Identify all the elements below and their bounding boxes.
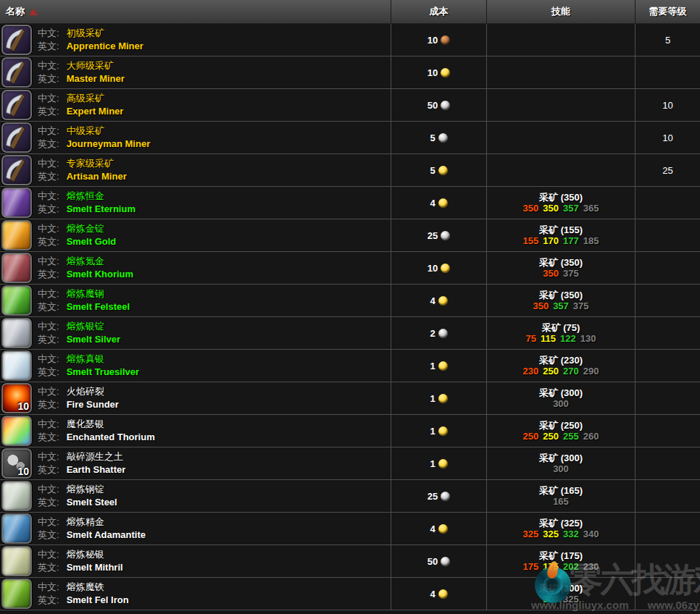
spell-name-chinese-link[interactable]: 专家级采矿 bbox=[67, 158, 114, 169]
table-row[interactable]: 中文:熔炼魔钢 英文:Smelt Felsteel 4 采矿 (350) 350… bbox=[0, 285, 700, 317]
table-row[interactable]: 中文:熔炼秘银 英文:Smelt Mithril 50 采矿 (175) 175… bbox=[0, 545, 700, 578]
spell-name-english-link[interactable]: Fire Sunder bbox=[67, 399, 119, 410]
spell-name-english-link[interactable]: Smelt Eternium bbox=[67, 203, 136, 214]
chinese-label: 中文: bbox=[38, 321, 59, 332]
spell-names: 中文:专家级采矿 英文:Artisan Miner bbox=[38, 157, 127, 183]
spell-name-english-link[interactable]: Smelt Silver bbox=[67, 334, 120, 345]
spell-name-english-link[interactable]: Smelt Adamantite bbox=[67, 529, 146, 540]
coin-icon bbox=[438, 296, 448, 306]
coin-icon bbox=[438, 524, 448, 534]
table-row[interactable]: 中文:高级采矿 英文:Expert Miner 50 10 bbox=[0, 89, 700, 122]
icon-shine bbox=[3, 287, 30, 314]
column-header-required-level[interactable]: 需要等级 bbox=[636, 0, 700, 23]
spell-name-chinese-link[interactable]: 初级采矿 bbox=[67, 28, 104, 38]
column-header-name[interactable]: 名称 bbox=[0, 0, 391, 23]
spell-name-chinese-link[interactable]: 熔炼银锭 bbox=[67, 321, 104, 332]
cost-amount: 4 bbox=[430, 198, 435, 209]
table-row[interactable]: 中文:熔炼氪金 英文:Smelt Khorium 10 采矿 (350) 350… bbox=[0, 252, 700, 285]
coin-icon bbox=[438, 459, 448, 468]
spell-name-english-link[interactable]: Apprentice Miner bbox=[67, 41, 143, 51]
spell-icon[interactable] bbox=[1, 25, 32, 55]
spell-name-chinese-link[interactable]: 熔炼金锭 bbox=[67, 223, 104, 234]
spell-icon[interactable] bbox=[1, 90, 32, 120]
spell-icon[interactable] bbox=[1, 350, 32, 381]
icon-shine bbox=[3, 189, 30, 216]
spell-name-chinese-link[interactable]: 熔炼钢锭 bbox=[67, 484, 104, 495]
table-row[interactable]: 中文:专家级采矿 英文:Artisan Miner 5 25 bbox=[0, 154, 700, 187]
spell-name-chinese-link[interactable]: 熔炼魔铁 bbox=[67, 581, 104, 592]
spell-icon[interactable] bbox=[1, 318, 32, 348]
spell-name-english-link[interactable]: Earth Shatter bbox=[67, 464, 126, 475]
spell-icon[interactable] bbox=[1, 546, 32, 576]
spell-icon[interactable] bbox=[1, 416, 32, 446]
spell-icon[interactable] bbox=[1, 188, 32, 218]
table-row[interactable]: 中文:初级采矿 英文:Apprentice Miner 10 5 bbox=[0, 24, 700, 56]
icon-shine bbox=[3, 482, 30, 510]
spell-name-english-link[interactable]: Smelt Fel Iron bbox=[67, 594, 129, 605]
table-row[interactable]: 中文:熔炼银锭 英文:Smelt Silver 2 采矿 (75) 751151… bbox=[0, 317, 700, 350]
table-row[interactable]: 中文:熔炼真银 英文:Smelt Truesilver 1 采矿 (230) 2… bbox=[0, 350, 700, 382]
spell-name-chinese-link[interactable]: 高级采矿 bbox=[67, 93, 104, 104]
table-row[interactable]: 中文:熔炼精金 英文:Smelt Adamantite 4 采矿 (325) 3… bbox=[0, 513, 700, 545]
spell-name-chinese-link[interactable]: 敲碎源生之土 bbox=[67, 451, 123, 462]
table-row[interactable]: 中文:魔化瑟银 英文:Enchanted Thorium 1 采矿 (250) … bbox=[0, 415, 700, 447]
spell-name-chinese-link[interactable]: 中级采矿 bbox=[67, 125, 104, 136]
spell-name-chinese-link[interactable]: 熔炼恒金 bbox=[67, 190, 104, 201]
skill-up-thresholds: 230250270290 bbox=[521, 366, 601, 377]
spell-icon[interactable] bbox=[1, 122, 32, 153]
spell-name-english-link[interactable]: Smelt Mithril bbox=[67, 562, 123, 573]
table-row[interactable]: 10 中文:火焰碎裂 英文:Fire Sunder 1 采矿 (300) 300 bbox=[0, 382, 700, 415]
spell-icon[interactable] bbox=[1, 579, 32, 609]
spell-name-english-link[interactable]: Master Miner bbox=[67, 73, 125, 84]
spell-name-english-link[interactable]: Enchanted Thorium bbox=[67, 432, 155, 442]
spell-icon[interactable] bbox=[1, 155, 32, 185]
spell-icon[interactable] bbox=[1, 220, 32, 251]
spell-name-english-link[interactable]: Smelt Truesilver bbox=[67, 366, 139, 377]
name-cell: 中文:熔炼银锭 英文:Smelt Silver bbox=[0, 317, 391, 349]
spell-name-english-link[interactable]: Expert Miner bbox=[67, 106, 124, 117]
cost-cell: 10 bbox=[391, 24, 487, 56]
cost-cell: 4 bbox=[391, 513, 487, 544]
spell-name-english-link[interactable]: Smelt Felsteel bbox=[67, 301, 130, 312]
skill-requirement: 采矿 (75) bbox=[542, 322, 580, 333]
table-row[interactable]: 中文:中级采矿 英文:Journeyman Miner 5 10 bbox=[0, 122, 700, 154]
spell-name-chinese-link[interactable]: 熔炼秘银 bbox=[67, 549, 104, 560]
spell-icon[interactable] bbox=[1, 481, 32, 511]
spell-name-chinese-link[interactable]: 魔化瑟银 bbox=[67, 419, 104, 429]
spell-name-english-link[interactable]: Journeyman Miner bbox=[67, 138, 151, 149]
spell-icon[interactable] bbox=[1, 57, 32, 88]
table-row[interactable]: 中文:熔炼钢锭 英文:Smelt Steel 25 采矿 (165) 165 bbox=[0, 480, 700, 513]
spell-name-chinese-link[interactable]: 熔炼精金 bbox=[67, 516, 104, 527]
table-row[interactable]: 中文:大师级采矿 英文:Master Miner 10 bbox=[0, 56, 700, 89]
spell-icon[interactable] bbox=[1, 253, 32, 283]
skill-step-value: 357 bbox=[563, 203, 579, 214]
spell-name-chinese-link[interactable]: 熔炼真银 bbox=[67, 353, 104, 364]
table-row[interactable]: 10 中文:敲碎源生之土 英文:Earth Shatter 1 采矿 (300)… bbox=[0, 447, 700, 480]
english-label: 英文: bbox=[38, 399, 59, 410]
required-level-cell: 25 bbox=[636, 154, 700, 186]
table-row[interactable]: 中文:熔炼魔铁 英文:Smelt Fel Iron 4 采矿 (300) 300… bbox=[0, 578, 700, 610]
table-row[interactable]: 中文:熔炼恒金 英文:Smelt Eternium 4 采矿 (350) 350… bbox=[0, 187, 700, 219]
spell-icon[interactable]: 10 bbox=[1, 383, 32, 413]
spell-icon[interactable]: 10 bbox=[1, 448, 32, 479]
chinese-label: 中文: bbox=[38, 28, 59, 38]
spell-icon[interactable] bbox=[1, 513, 32, 544]
spell-icon[interactable] bbox=[1, 285, 32, 316]
spell-name-english-link[interactable]: Smelt Khorium bbox=[67, 269, 133, 279]
spell-name-english-link[interactable]: Artisan Miner bbox=[67, 171, 127, 182]
spell-names: 中文:高级采矿 英文:Expert Miner bbox=[38, 92, 123, 118]
spell-name-english-link[interactable]: Smelt Steel bbox=[67, 497, 117, 508]
coin-icon bbox=[438, 426, 448, 436]
table-row[interactable]: 中文:熔炼金锭 英文:Smelt Gold 25 采矿 (155) 155170… bbox=[0, 219, 700, 252]
spell-name-chinese-link[interactable]: 大师级采矿 bbox=[67, 60, 114, 71]
spell-names: 中文:熔炼秘银 英文:Smelt Mithril bbox=[38, 548, 123, 574]
cost-cell: 2 bbox=[391, 317, 487, 349]
spell-name-chinese-link[interactable]: 熔炼氪金 bbox=[67, 256, 104, 266]
english-label: 英文: bbox=[38, 366, 59, 377]
column-header-cost[interactable]: 成本 bbox=[391, 0, 487, 23]
spell-name-english-link[interactable]: Smelt Gold bbox=[67, 236, 117, 247]
spell-name-chinese-link[interactable]: 熔炼魔钢 bbox=[67, 288, 104, 299]
spell-name-chinese-link[interactable]: 火焰碎裂 bbox=[67, 386, 104, 397]
required-level-cell bbox=[636, 187, 700, 219]
column-header-skill[interactable]: 技能 bbox=[487, 0, 636, 23]
